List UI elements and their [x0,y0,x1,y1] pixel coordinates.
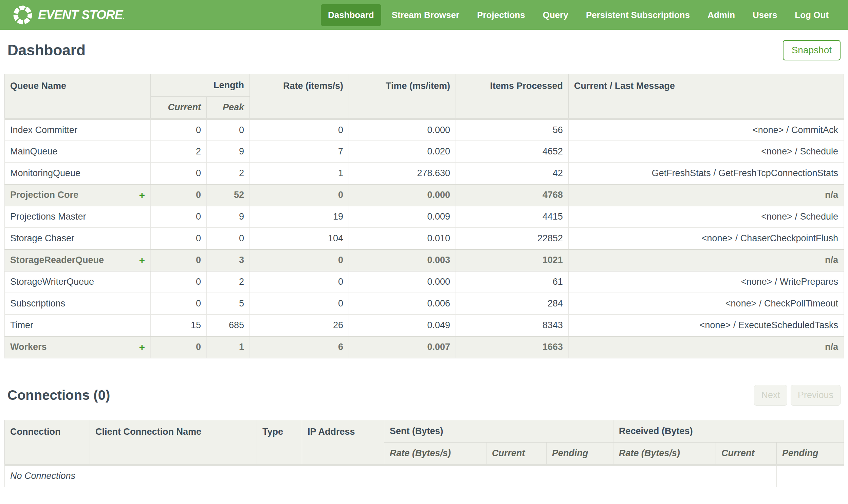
nav-item[interactable]: Stream Browser [385,4,466,26]
queue-name: MonitoringQueue [10,168,80,179]
queue-name: Workers [10,342,47,352]
queue-name: Timer [10,320,33,330]
queue-time-cell: 0.020 [349,141,456,163]
col-header-queue-name: Queue Name [5,74,151,119]
col-header-client-connection-name: Client Connection Name [90,420,257,465]
queue-name: StorageWriterQueue [10,276,94,287]
nav-item[interactable]: Log Out [788,4,836,26]
queues-table-body: Index Committer + 0 0 0 0.000 56 <none> … [5,119,844,358]
next-button[interactable]: Next [754,385,787,406]
col-header-message: Current / Last Message [569,74,844,119]
queue-message-cell: <none> / ExecuteScheduledTasks [569,314,844,336]
no-connections-message: No Connections [5,465,777,487]
nav-item[interactable]: Admin [700,4,742,26]
queue-rate-cell: 0 [250,250,349,271]
queue-items-processed-cell: 4415 [456,206,569,228]
col-header-sent-current: Current [486,442,546,465]
queue-length-current-cell: 0 [151,250,207,271]
queue-items-processed-cell: 284 [456,293,569,314]
queue-row: Index Committer + 0 0 0 0.000 56 <none> … [5,119,844,141]
queue-name: Subscriptions [10,298,65,309]
queue-length-current-cell: 0 [151,206,207,228]
col-header-connection: Connection [5,420,90,465]
queue-name: Projection Core [10,190,78,200]
queue-row: Timer + 15 685 26 0.049 8343 <none> / Ex… [5,314,844,336]
top-navbar: EVENT STORE. Dashboard Stream Browser Pr… [0,0,848,30]
col-header-items-processed: Items Processed [456,74,569,119]
queue-length-peak-cell: 5 [207,293,250,314]
col-header-sent-rate: Rate (Bytes/s) [384,442,486,465]
queue-message-cell: n/a [569,250,844,271]
col-header-received-bytes: Received (Bytes) [613,420,844,442]
queue-name: Storage Chaser [10,233,74,244]
queue-length-peak-cell: 9 [207,141,250,163]
brand[interactable]: EVENT STORE. [12,4,124,25]
queue-message-cell: n/a [569,336,844,358]
expand-plus-icon[interactable]: + [139,341,145,353]
no-connections-row: No Connections [5,465,844,487]
queue-row: StorageReaderQueue + 0 3 0 0.003 1021 n/… [5,250,844,271]
queue-items-processed-cell: 42 [456,163,569,184]
queue-items-processed-cell: 22852 [456,228,569,250]
queue-length-peak-cell: 1 [207,336,250,358]
expand-plus-icon[interactable]: + [139,190,145,201]
queue-length-peak-cell: 52 [207,184,250,206]
queue-time-cell: 0.010 [349,228,456,250]
nav-item[interactable]: Persistent Subscriptions [579,4,697,26]
col-header-length-peak: Peak [207,97,250,119]
queue-length-current-cell: 0 [151,271,207,293]
previous-button[interactable]: Previous [791,385,841,406]
queue-length-peak-cell: 0 [207,119,250,141]
queue-length-peak-cell: 0 [207,228,250,250]
queue-name-cell: Timer + [5,314,151,336]
queue-name-cell: Subscriptions + [5,293,151,314]
col-header-sent-pending: Pending [546,442,613,465]
queue-name: Projections Master [10,212,86,222]
queue-rate-cell: 0 [250,184,349,206]
queue-name-cell: StorageReaderQueue + [5,250,151,271]
queue-name-cell: StorageWriterQueue + [5,271,151,293]
queue-row: Workers + 0 1 6 0.007 1663 n/a [5,336,844,358]
nav-menu: Dashboard Stream Browser Projections Que… [318,4,836,26]
col-header-received-pending: Pending [777,442,844,465]
queue-rate-cell: 19 [250,206,349,228]
connections-section: Connections (0) Next Previous Connection… [0,385,848,487]
queue-name-cell: Storage Chaser + [5,228,151,250]
queue-rate-cell: 26 [250,314,349,336]
queue-message-cell: <none> / ChaserCheckpointFlush [569,228,844,250]
connections-table-body: No Connections [5,465,844,487]
queue-rate-cell: 6 [250,336,349,358]
col-header-length: Length [151,74,250,97]
queue-name-cell: Projections Master + [5,206,151,228]
queue-time-cell: 0.003 [349,250,456,271]
ghost-cell [777,465,844,487]
nav-item[interactable]: Users [745,4,784,26]
queue-name: MainQueue [10,146,58,157]
queue-time-cell: 0.006 [349,293,456,314]
nav-item[interactable]: Projections [470,4,532,26]
col-header-ip-address: IP Address [302,420,384,465]
queue-rate-cell: 1 [250,163,349,184]
snapshot-button[interactable]: Snapshot [783,40,841,60]
queue-length-peak-cell: 2 [207,163,250,184]
brand-trademark-dot: . [123,14,124,20]
queue-name: Index Committer [10,125,77,136]
queue-message-cell: <none> / WritePrepares [569,271,844,293]
nav-item[interactable]: Query [536,4,575,26]
queue-length-current-cell: 0 [151,228,207,250]
pager: Next Previous [754,385,841,406]
queue-length-peak-cell: 2 [207,271,250,293]
queues-table-head: Queue Name Length Rate (items/s) Time (m… [5,74,844,119]
queue-message-cell: <none> / Schedule [569,206,844,228]
queue-items-processed-cell: 8343 [456,314,569,336]
queue-row: StorageWriterQueue + 0 2 0 0.000 61 <non… [5,271,844,293]
queue-name-cell: Workers + [5,336,151,358]
queue-time-cell: 0.007 [349,336,456,358]
queue-items-processed-cell: 4652 [456,141,569,163]
queue-time-cell: 0.049 [349,314,456,336]
col-header-length-current: Current [151,97,207,119]
queue-name-cell: Index Committer + [5,119,151,141]
expand-plus-icon[interactable]: + [139,254,145,266]
nav-item[interactable]: Dashboard [321,4,381,26]
queue-rate-cell: 7 [250,141,349,163]
